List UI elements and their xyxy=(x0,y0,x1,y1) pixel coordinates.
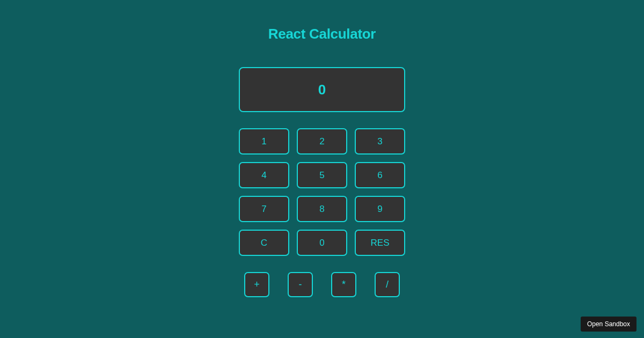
key-2[interactable]: 2 xyxy=(297,128,347,155)
key-4[interactable]: 4 xyxy=(239,162,289,188)
page-title: React Calculator xyxy=(268,26,376,42)
key-5[interactable]: 5 xyxy=(297,162,347,188)
key-9[interactable]: 9 xyxy=(355,196,405,222)
key-minus[interactable]: - xyxy=(288,272,313,297)
key-result[interactable]: RES xyxy=(355,230,405,256)
key-plus[interactable]: + xyxy=(244,272,269,297)
key-6[interactable]: 6 xyxy=(355,162,405,188)
open-sandbox-button[interactable]: Open Sandbox xyxy=(581,317,636,332)
display-value: 0 xyxy=(318,82,326,98)
key-7[interactable]: 7 xyxy=(239,196,289,222)
calculator-app: React Calculator 0 1 2 3 4 5 6 7 8 9 C 0… xyxy=(0,0,644,297)
key-clear[interactable]: C xyxy=(239,230,289,256)
calculator-display: 0 xyxy=(239,67,405,112)
calculator-keypad: 1 2 3 4 5 6 7 8 9 C 0 RES xyxy=(239,128,405,256)
key-0[interactable]: 0 xyxy=(297,230,347,256)
key-8[interactable]: 8 xyxy=(297,196,347,222)
key-divide[interactable]: / xyxy=(375,272,400,297)
key-multiply[interactable]: * xyxy=(331,272,356,297)
key-3[interactable]: 3 xyxy=(355,128,405,155)
key-1[interactable]: 1 xyxy=(239,128,289,155)
operator-row: + - * / xyxy=(244,272,400,297)
